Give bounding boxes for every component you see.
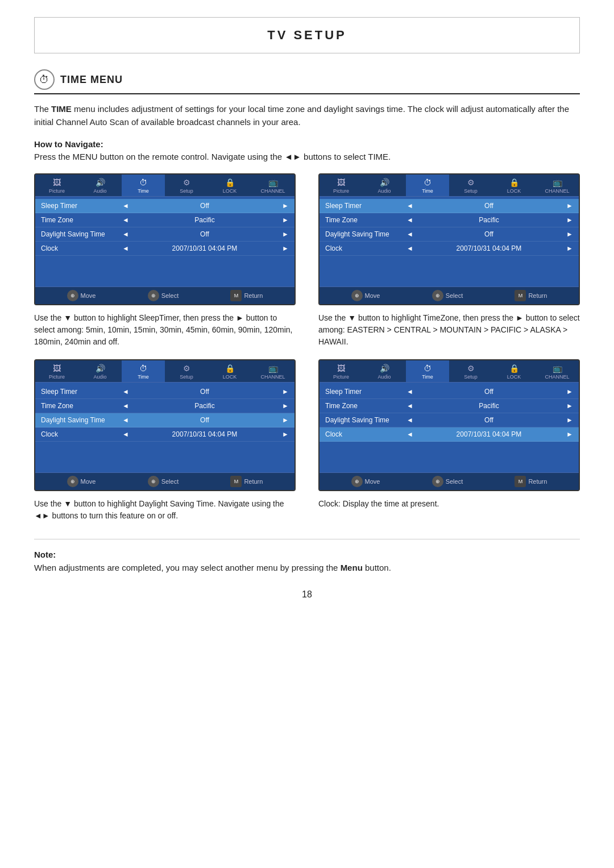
tab-audio-2[interactable]: 🔊 Audio [363,175,406,196]
return-btn-2: M Return [515,290,547,301]
move-btn-4: ⊕ Move [351,476,380,487]
tab-audio-4[interactable]: 🔊 Audio [363,360,406,382]
row-dst-3: Daylight Saving Time ◄ Off ► [35,413,294,427]
caption-screen-2: Use the ▼ button to highlight TimeZone, … [318,312,580,348]
tab-setup-1[interactable]: ⚙ Setup [165,175,208,196]
tv-menu-1: Sleep Timer ◄ Off ► Time Zone ◄ Pacific … [35,197,294,286]
tab-channel-1[interactable]: 📺 CHANNEL [251,175,294,196]
tv-bottom-3: ⊕ Move ⊕ Select M Return [35,472,294,490]
col-screen-4: 🖼 Picture 🔊 Audio ⏱ Time ⚙ Setup 🔒 [318,359,580,522]
caption-screen-1: Use the ▼ button to highlight SleepTimer… [34,312,296,348]
section-header: ⏱ TIME MENU [34,69,580,94]
row-clock-1: Clock ◄ 2007/10/31 04:04 PM ► [35,242,294,256]
tab-picture-1[interactable]: 🖼 Picture [35,175,78,196]
tab-lock-4[interactable]: 🔒 LOCK [492,360,536,382]
return-btn-1: M Return [230,290,263,301]
tab-lock-1[interactable]: 🔒 LOCK [208,175,251,196]
col-screen-2: 🖼 Picture 🔊 Audio ⏱ Time ⚙ Setup 🔒 [318,173,580,348]
tv-screen-4: 🖼 Picture 🔊 Audio ⏱ Time ⚙ Setup 🔒 [318,359,580,491]
tab-picture-4[interactable]: 🖼 Picture [320,360,363,382]
tab-picture-3[interactable]: 🖼 Picture [35,360,78,382]
tab-lock-2[interactable]: 🔒 LOCK [492,175,536,196]
tab-time-2[interactable]: ⏱ Time [406,175,449,196]
tab-time-3[interactable]: ⏱ Time [122,360,165,382]
tab-bar-2: 🖼 Picture 🔊 Audio ⏱ Time ⚙ Setup 🔒 [320,175,579,197]
tab-setup-4[interactable]: ⚙ Setup [449,360,492,382]
tab-channel-2[interactable]: 📺 CHANNEL [536,175,579,196]
row-tz-1: Time Zone ◄ Pacific ► [35,213,294,227]
tv-screen-3: 🖼 Picture 🔊 Audio ⏱ Time ⚙ Setup 🔒 [34,359,296,491]
row-sleep-3: Sleep Timer ◄ Off ► [35,385,294,399]
page-number: 18 [34,589,580,600]
tv-screen-2: 🖼 Picture 🔊 Audio ⏱ Time ⚙ Setup 🔒 [318,173,580,305]
caption-screen-3: Use the ▼ button to highlight Daylight S… [34,498,296,522]
row-dst-1: Daylight Saving Time ◄ Off ► [35,227,294,242]
row-tz-3: Time Zone ◄ Pacific ► [35,399,294,413]
note-text: When adjustments are completed, you may … [34,563,580,572]
select-btn-2: ⊕ Select [432,290,463,301]
tv-menu-3: Sleep Timer ◄ Off ► Time Zone ◄ Pacific … [35,383,294,472]
row-sleep-2: Sleep Timer ◄ Off ► [320,199,579,213]
how-to-label: How to Navigate: [34,139,580,149]
return-btn-3: M Return [230,476,263,487]
how-to-text: Press the MENU button on the remote cont… [34,151,580,164]
page-title: TV SETUP [267,28,347,42]
row-tz-4: Time Zone ◄ Pacific ► [320,399,579,413]
tab-time-1[interactable]: ⏱ Time [122,175,165,196]
tab-time-4[interactable]: ⏱ Time [406,360,449,382]
row-clock-4: Clock ◄ 2007/10/31 04:04 PM ► [320,427,579,442]
tab-audio-1[interactable]: 🔊 Audio [78,175,122,196]
tv-bottom-2: ⊕ Move ⊕ Select M Return [320,286,579,304]
page-title-bar: TV SETUP [34,17,580,53]
section-description: The TIME menu includes adjustment of set… [34,102,580,129]
tab-setup-3[interactable]: ⚙ Setup [165,360,208,382]
col-screen-1: 🖼 Picture 🔊 Audio ⏱ Time ⚙ Setup 🔒 [34,173,296,348]
tab-channel-3[interactable]: 📺 CHANNEL [251,360,294,382]
caption-screen-4: Clock: Display the time at present. [318,498,580,510]
tv-menu-4: Sleep Timer ◄ Off ► Time Zone ◄ Pacific … [320,383,579,472]
section-icon: ⏱ [34,69,55,90]
row-dst-4: Daylight Saving Time ◄ Off ► [320,413,579,427]
row-sleep-1: Sleep Timer ◄ Off ► [35,199,294,213]
row-sleep-4: Sleep Timer ◄ Off ► [320,385,579,399]
move-btn-2: ⊕ Move [351,290,380,301]
screen-row-2: 🖼 Picture 🔊 Audio ⏱ Time ⚙ Setup 🔒 [34,359,580,522]
note-label: Note: [34,550,580,559]
select-btn-1: ⊕ Select [148,290,179,301]
tab-bar-3: 🖼 Picture 🔊 Audio ⏱ Time ⚙ Setup 🔒 [35,360,294,383]
tab-audio-3[interactable]: 🔊 Audio [78,360,122,382]
col-screen-3: 🖼 Picture 🔊 Audio ⏱ Time ⚙ Setup 🔒 [34,359,296,522]
return-btn-4: M Return [515,476,547,487]
row-clock-2: Clock ◄ 2007/10/31 04:04 PM ► [320,242,579,256]
screen-row-1: 🖼 Picture 🔊 Audio ⏱ Time ⚙ Setup 🔒 [34,173,580,348]
select-btn-4: ⊕ Select [432,476,463,487]
tab-setup-2[interactable]: ⚙ Setup [449,175,492,196]
tab-lock-3[interactable]: 🔒 LOCK [208,360,251,382]
tv-menu-2: Sleep Timer ◄ Off ► Time Zone ◄ Pacific … [320,197,579,286]
tv-screen-1: 🖼 Picture 🔊 Audio ⏱ Time ⚙ Setup 🔒 [34,173,296,305]
tv-bottom-1: ⊕ Move ⊕ Select M Return [35,286,294,304]
note-section: Note: When adjustments are completed, yo… [34,539,580,572]
tv-bottom-4: ⊕ Move ⊕ Select M Return [320,472,579,490]
tab-bar-4: 🖼 Picture 🔊 Audio ⏱ Time ⚙ Setup 🔒 [320,360,579,383]
tab-bar-1: 🖼 Picture 🔊 Audio ⏱ Time ⚙ Setup 🔒 [35,175,294,197]
tab-picture-2[interactable]: 🖼 Picture [320,175,363,196]
move-btn-3: ⊕ Move [67,476,96,487]
row-dst-2: Daylight Saving Time ◄ Off ► [320,227,579,242]
row-tz-2: Time Zone ◄ Pacific ► [320,213,579,227]
how-to-navigate: How to Navigate: Press the MENU button o… [34,139,580,164]
row-clock-3: Clock ◄ 2007/10/31 04:04 PM ► [35,427,294,442]
move-btn-1: ⊕ Move [67,290,96,301]
tab-channel-4[interactable]: 📺 CHANNEL [536,360,579,382]
select-btn-3: ⊕ Select [148,476,179,487]
section-heading: TIME MENU [60,74,123,86]
